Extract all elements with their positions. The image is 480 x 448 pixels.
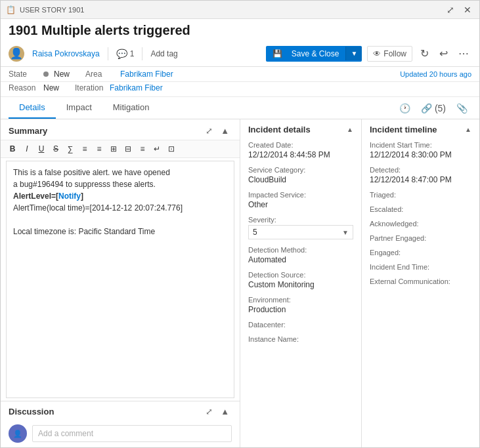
impacted-service-field: Impacted Service: Other xyxy=(248,191,353,209)
discussion-input-row: 👤 Add a comment xyxy=(1,422,240,448)
state-field: State New xyxy=(9,70,70,79)
triaged-row: Triaged: xyxy=(370,191,471,199)
comment-input[interactable]: Add a comment xyxy=(32,425,232,442)
incident-timeline-panel: Incident timeline ▲ Incident Start Time:… xyxy=(362,119,479,448)
instance-name-field: Instance Name: xyxy=(248,335,353,343)
title-bar-text: USER STORY 1901 xyxy=(20,6,84,14)
editor-line-4: AlertTime(local time)=[2014-12-12 20:07:… xyxy=(13,202,227,214)
detected-row: Detected: 12/12/2014 8:47:00 PM xyxy=(370,166,471,184)
page-title: 1901 Multiple alerts triggered xyxy=(1,19,479,41)
partner-engaged-label: Partner Engaged: xyxy=(370,234,471,242)
state-dot xyxy=(43,71,49,77)
partner-engaged-row: Partner Engaged: xyxy=(370,234,471,242)
indent-button[interactable]: ⊞ xyxy=(107,143,120,155)
acknowledged-label: Acknowledged: xyxy=(370,220,471,228)
link-button[interactable]: ↵ xyxy=(150,143,164,155)
tab-details[interactable]: Details xyxy=(9,97,56,119)
history-tab-button[interactable]: 🕐 xyxy=(395,100,414,116)
updated-time: 20 hours ago xyxy=(429,70,471,78)
reason-value[interactable]: New xyxy=(43,83,59,92)
title-bar: 📋 USER STORY 1901 ⤢ ✕ xyxy=(1,1,479,19)
undo-button[interactable]: ↩ xyxy=(437,45,450,62)
add-tag-button[interactable]: Add tag xyxy=(150,49,177,58)
refresh-button[interactable]: ↻ xyxy=(418,45,431,62)
editor-toolbar: B I U S ∑ ≡ ≡ ⊞ ⊟ ≡ ↵ ⊡ xyxy=(1,140,240,158)
summary-header-icons: ⤢ ▲ xyxy=(203,125,232,137)
iteration-field: Iteration Fabrikam Fiber xyxy=(75,83,163,92)
format-button-1[interactable]: ∑ xyxy=(64,143,77,155)
bold-button[interactable]: B xyxy=(6,143,19,155)
summary-collapse-button[interactable]: ▲ xyxy=(218,125,232,137)
title-bar-label: 📋 USER STORY 1901 xyxy=(6,5,84,14)
incident-timeline-chevron[interactable]: ▲ xyxy=(465,126,471,133)
editor-content[interactable]: This is a false positive alert. we have … xyxy=(6,161,234,398)
iteration-value[interactable]: Fabrikam Fiber xyxy=(110,83,163,92)
severity-field: Severity: 5 ▼ xyxy=(248,216,353,239)
engaged-label: Engaged: xyxy=(370,249,471,256)
user-story-icon: 📋 xyxy=(6,5,16,14)
format-button-2[interactable]: ≡ xyxy=(78,143,91,155)
underline-button[interactable]: U xyxy=(35,143,48,155)
content-area: Summary ⤢ ▲ B I U S ∑ ≡ ≡ ⊞ ⊟ ≡ ↵ ⊡ This… xyxy=(1,119,479,448)
discussion-title: Discussion xyxy=(9,407,54,417)
comment-count: 1 xyxy=(130,49,135,58)
incident-details-title: Incident details ▲ xyxy=(248,125,353,134)
strikethrough-button[interactable]: S xyxy=(49,143,62,155)
more-button[interactable]: ⋯ xyxy=(456,45,471,62)
disc-avatar: 👤 xyxy=(9,424,27,443)
area-value[interactable]: Fabrikam Fiber xyxy=(120,70,173,79)
reason-field: Reason New xyxy=(9,83,59,92)
discussion-expand-button[interactable]: ⤢ xyxy=(203,405,215,418)
editor-line-1: This is a false positive alert. we have … xyxy=(13,167,227,178)
toolbar-right: 💾 Save & Close ▼ 👁 Follow ↻ ↩ ⋯ xyxy=(266,45,471,62)
detected-value: 12/12/2014 8:47:00 PM xyxy=(370,175,471,184)
state-value[interactable]: New xyxy=(43,70,70,79)
incident-details-chevron[interactable]: ▲ xyxy=(347,126,353,133)
instance-name-label: Instance Name: xyxy=(248,335,353,343)
discussion-section: Discussion ⤢ ▲ 👤 Add a comment xyxy=(1,401,240,448)
summary-section-header: Summary ⤢ ▲ xyxy=(1,119,240,140)
editor-line-5: Local timezone is: Pacific Standard Time xyxy=(13,226,227,237)
comment-button[interactable]: 💬 1 xyxy=(116,49,135,59)
created-date-value: 12/12/2014 8:44:58 PM xyxy=(248,150,353,159)
end-time-label: Incident End Time: xyxy=(370,263,471,271)
user-name[interactable]: Raisa Pokrovskaya xyxy=(32,49,100,58)
save-close-dropdown-arrow[interactable]: ▼ xyxy=(345,47,362,60)
title-bar-controls: ⤢ ✕ xyxy=(444,3,474,16)
editor-line-3: AlertLevel=[Notify] xyxy=(13,190,227,202)
follow-button[interactable]: 👁 Follow xyxy=(367,46,412,62)
outdent-button[interactable]: ⊟ xyxy=(121,143,135,155)
image-button[interactable]: ⊡ xyxy=(165,143,178,155)
severity-dropdown-arrow: ▼ xyxy=(342,229,349,236)
italic-button[interactable]: I xyxy=(20,143,33,155)
discussion-header: Discussion ⤢ ▲ xyxy=(1,401,240,422)
escalated-label: Escalated: xyxy=(370,205,471,213)
summary-expand-button[interactable]: ⤢ xyxy=(203,125,215,137)
tab-impact[interactable]: Impact xyxy=(56,97,102,119)
area-label: Area xyxy=(85,70,115,79)
links-tab-button[interactable]: 🔗 (5) xyxy=(417,100,450,116)
format-button-3[interactable]: ≡ xyxy=(93,143,106,155)
attachment-tab-button[interactable]: 📎 xyxy=(452,100,471,116)
editor-line-2: a bug#196494 to suppresss these alerts. xyxy=(13,178,227,190)
toolbar: 👤 Raisa Pokrovskaya 💬 1 Add tag 💾 Save &… xyxy=(1,41,479,67)
environment-label: Environment: xyxy=(248,296,353,304)
save-close-button[interactable]: 💾 Save & Close ▼ xyxy=(266,46,362,62)
acknowledged-row: Acknowledged: xyxy=(370,220,471,228)
maximize-button[interactable]: ⤢ xyxy=(444,3,457,16)
close-button[interactable]: ✕ xyxy=(461,3,474,16)
follow-label: Follow xyxy=(383,49,406,58)
impacted-service-label: Impacted Service: xyxy=(248,191,353,199)
datacenter-field: Datacenter: xyxy=(248,321,353,329)
align-button[interactable]: ≡ xyxy=(136,143,149,155)
escalated-row: Escalated: xyxy=(370,205,471,213)
tab-mitigation[interactable]: Mitigation xyxy=(102,97,160,119)
end-time-row: Incident End Time: xyxy=(370,263,471,271)
severity-select[interactable]: 5 ▼ xyxy=(248,225,353,239)
detection-method-field: Detection Method: Automated xyxy=(248,246,353,264)
impacted-service-value: Other xyxy=(248,200,353,209)
comment-icon: 💬 xyxy=(116,49,127,59)
reason-label: Reason xyxy=(9,83,38,92)
start-time-label: Incident Start Time: xyxy=(370,141,471,149)
discussion-collapse-button[interactable]: ▲ xyxy=(218,405,232,418)
